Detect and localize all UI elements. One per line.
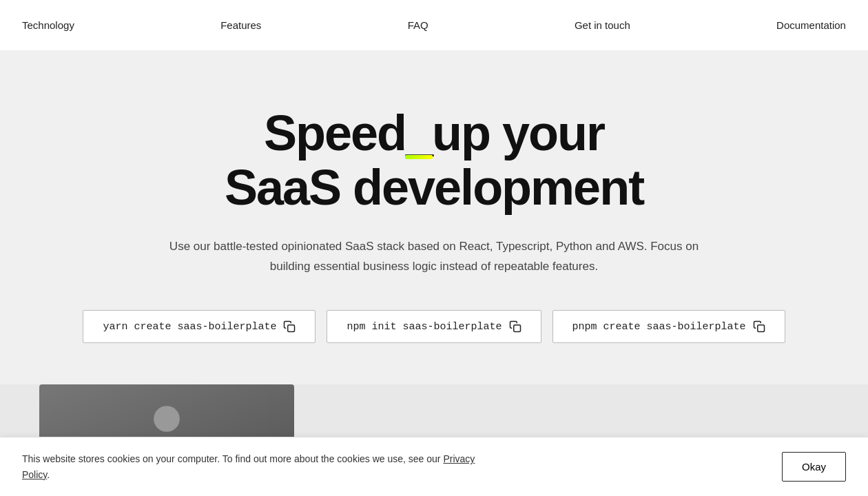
hero-title: Speed_up your SaaS development [28,106,840,215]
navbar: SaaS Boilerplate Powered by apptension T… [0,0,868,51]
svg-rect-4 [513,325,520,332]
hero-subtitle: Use our battle-tested opinionated SaaS s… [165,237,703,277]
nav-link-get-in-touch[interactable]: Get in touch [575,19,630,31]
hero-title-line1: Speed_up your [264,105,604,161]
nav-link-features[interactable]: Features [220,19,261,31]
command-buttons: yarn create saas-boilerplate npm init sa… [28,310,840,343]
cookie-text: This website stores cookies on your comp… [22,451,504,482]
nav-link-technology[interactable]: Technology [22,19,74,31]
hero-title-highlight: _ [406,106,432,161]
pnpm-command-button[interactable]: pnpm create saas-boilerplate [552,310,785,343]
yarn-command-button[interactable]: yarn create saas-boilerplate [83,310,316,343]
npm-command-button[interactable]: npm init saas-boilerplate [327,310,541,343]
copy-icon [283,320,296,333]
yarn-command-label: yarn create saas-boilerplate [103,321,276,333]
copy-icon-npm [509,320,521,333]
svg-rect-5 [757,325,764,332]
cookie-message: This website stores cookies on your comp… [22,453,441,464]
underline-decoration [405,155,433,159]
main-content: Speed_up your SaaS development Use our b… [0,0,868,496]
pnpm-command-label: pnpm create saas-boilerplate [572,321,746,333]
nav-link-faq[interactable]: FAQ [408,19,428,31]
cookie-ok-button[interactable]: Okay [782,452,846,482]
nav-link-documentation[interactable]: Documentation [776,19,846,31]
nav-left: SaaS Boilerplate Powered by apptension T… [22,13,137,38]
svg-point-6 [154,406,180,432]
hero-title-line2: SaaS development [225,160,643,215]
hero-section: Speed_up your SaaS development Use our b… [0,51,868,384]
svg-rect-3 [288,325,295,332]
npm-command-label: npm init saas-boilerplate [347,321,502,333]
cookie-banner: This website stores cookies on your comp… [0,437,868,496]
copy-icon-pnpm [753,320,765,333]
nav-links: Technology Features FAQ Get in touch Doc… [0,0,868,51]
